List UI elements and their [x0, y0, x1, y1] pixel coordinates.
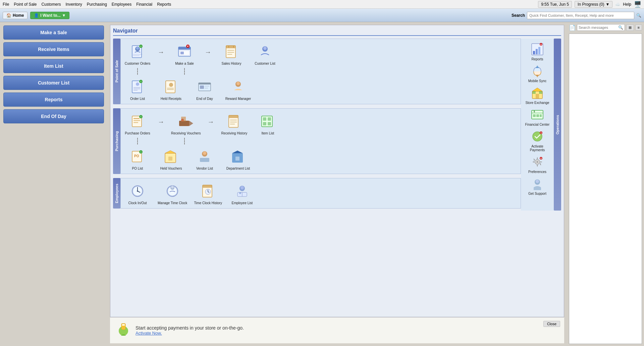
app-icon: 🖥️	[634, 1, 641, 8]
nav-receiving-vouchers[interactable]: Receiving Vouchers	[171, 112, 201, 135]
menu-financial[interactable]: Financial	[136, 2, 152, 7]
nav-held-vouchers[interactable]: Held Vouchers	[158, 147, 184, 170]
home-button[interactable]: 🏠 Home	[3, 12, 28, 19]
svg-rect-105	[540, 114, 542, 117]
nav-clock-inout[interactable]: Clock In/Out	[124, 182, 151, 205]
svg-rect-103	[533, 114, 536, 117]
svg-text:+: +	[140, 80, 142, 83]
sidebar-item-list[interactable]: Item List	[3, 59, 104, 73]
nav-end-of-day[interactable]: End of Day	[191, 77, 218, 101]
msg-view-btn2[interactable]: ≡	[635, 24, 642, 31]
ops-get-support-icon	[529, 176, 545, 192]
nav-purchase-orders[interactable]: + Purchase Orders	[124, 112, 151, 135]
item-list-purch-label: Item List	[261, 131, 274, 135]
menu-customers[interactable]: Customers	[41, 2, 61, 7]
svg-rect-91	[533, 51, 535, 54]
sidebar-end-of-day[interactable]: End Of Day	[3, 109, 104, 123]
sidebar-customer-list[interactable]: Customer List	[3, 76, 104, 90]
receiving-history-label: Receiving History	[221, 131, 247, 135]
nav-item-list-purch[interactable]: Item List	[254, 112, 281, 135]
ops-store-exchange-label: Store Exchange	[525, 101, 549, 105]
reward-manager-label: Reward Manager	[225, 97, 251, 101]
svg-rect-57	[268, 122, 271, 125]
menu-pos[interactable]: Point of Sale	[14, 2, 37, 7]
pos-row1: + Customer Orders →	[124, 42, 517, 65]
nav-manage-time-clock[interactable]: Manage Time Clock	[158, 182, 187, 205]
ops-reports-label: Reports	[531, 57, 543, 61]
menu-purchasing[interactable]: Purchasing	[87, 2, 107, 7]
manage-time-clock-icon	[163, 182, 182, 200]
banner-icon	[115, 321, 131, 340]
svg-text:▼: ▼	[540, 132, 542, 134]
ops-financial-center[interactable]: $ Financial Center	[524, 107, 551, 126]
center-panel: Navigator Point of Sale	[107, 22, 567, 346]
vendor-list-label: Vendor List	[196, 167, 213, 170]
menu-employees[interactable]: Employees	[112, 2, 131, 7]
sidebar-make-sale[interactable]: Make a Sale	[3, 25, 104, 40]
svg-point-66	[203, 152, 206, 155]
messages-search-input[interactable]	[579, 25, 617, 30]
nav-vendor-list[interactable]: Vendor List	[191, 147, 218, 170]
dashed-arrow-down2	[184, 68, 185, 75]
nav-held-receipts[interactable]: Held Receipts	[158, 77, 184, 101]
nav-employee-list[interactable]: Employee List	[229, 182, 256, 205]
operations-items: ▼ Reports	[521, 39, 554, 211]
sidebar-receive-items[interactable]: Receive Items	[3, 42, 104, 56]
nav-sales-history[interactable]: Sales History	[218, 42, 245, 65]
ops-store-exchange[interactable]: Store Exchange	[524, 85, 551, 105]
msg-view-btn1[interactable]: ⊞	[626, 24, 634, 31]
end-of-day-label: End of Day	[196, 97, 213, 101]
inprogress-dropdown-icon[interactable]: ▼	[605, 2, 609, 7]
sidebar-reports[interactable]: Reports	[3, 93, 104, 107]
purchasing-row1: + Purchase Orders →	[124, 112, 517, 135]
nav-time-clock-history[interactable]: Time Clock History	[194, 182, 222, 205]
svg-rect-64	[168, 157, 172, 161]
order-list-icon: +	[128, 77, 147, 96]
search-input[interactable]	[527, 12, 634, 19]
nav-make-sale[interactable]: ▼ Make a Sale	[171, 42, 198, 65]
ops-reports[interactable]: ▼ Reports	[524, 41, 551, 61]
menu-reports[interactable]: Reports	[157, 2, 171, 7]
manage-time-clock-label: Manage Time Clock	[158, 201, 187, 205]
svg-point-86	[240, 186, 244, 189]
ops-activate-payments[interactable]: ▼ Activate Payments	[524, 128, 551, 152]
customer-orders-icon: +	[128, 42, 147, 61]
ops-preferences[interactable]: ▼ Preferences	[524, 154, 551, 174]
inprogress-badge[interactable]: In Progress (0) ▼	[575, 1, 612, 8]
svg-point-79	[171, 186, 174, 188]
activate-now-link[interactable]: Activate Now.	[136, 331, 162, 336]
ops-reports-icon: ▼	[529, 41, 545, 57]
nav-order-list[interactable]: + Order List	[124, 77, 151, 101]
purchasing-section: Purchasing	[113, 108, 521, 174]
arrow2: →	[205, 48, 211, 56]
operations-section-label: Operations	[554, 39, 561, 211]
ops-financial-center-label: Financial Center	[525, 123, 550, 126]
nav-sections: Point of Sale	[113, 39, 521, 211]
employee-list-icon	[233, 182, 252, 200]
help-button[interactable]: Help	[623, 2, 631, 7]
menu-right: 9:55 Tue, Jun 5 In Progress (0) ▼ ☁️ Hel…	[538, 1, 641, 8]
nav-customer-orders[interactable]: + Customer Orders	[124, 42, 151, 65]
svg-rect-32	[199, 83, 211, 84]
nav-reward-manager[interactable]: Reward Manager	[225, 77, 252, 101]
menu-inventory[interactable]: Inventory	[65, 2, 82, 7]
pos-arrows-row	[124, 68, 517, 75]
iwant-button[interactable]: 👤 I Want to... ▼	[30, 12, 69, 19]
purch-arrow2: →	[207, 118, 214, 126]
svg-rect-39	[133, 118, 140, 119]
close-button[interactable]: Close	[543, 321, 560, 327]
nav-po-list[interactable]: PO + PO List	[124, 147, 151, 170]
nav-department-list[interactable]: Department List	[225, 147, 252, 170]
menu-file[interactable]: File	[3, 2, 9, 7]
svg-marker-45	[189, 121, 193, 126]
employees-section: Employees	[113, 178, 521, 209]
svg-rect-118	[122, 324, 125, 326]
employee-list-label: Employee List	[232, 201, 253, 205]
ops-get-support[interactable]: Get Support	[524, 176, 551, 195]
search-icon[interactable]: 🔍	[636, 13, 641, 18]
svg-rect-104	[536, 114, 539, 117]
nav-customer-list[interactable]: Customer List	[252, 42, 278, 65]
ops-mobile-sync[interactable]: Mobile Sync	[524, 63, 551, 83]
nav-receiving-history[interactable]: Receiving History	[221, 112, 248, 135]
svg-rect-12	[226, 46, 235, 48]
